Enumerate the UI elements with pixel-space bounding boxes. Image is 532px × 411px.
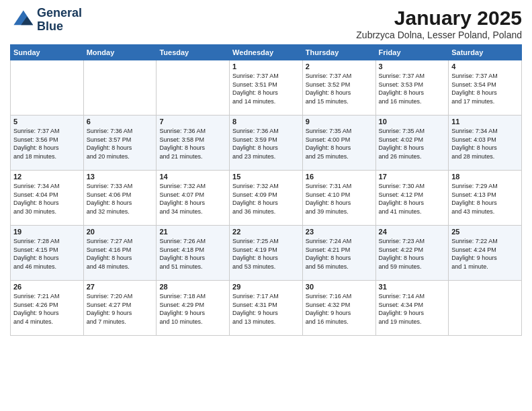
day-info: Sunrise: 7:32 AM Sunset: 4:07 PM Dayligh… bbox=[159, 182, 226, 216]
day-cell: 2Sunrise: 7:37 AM Sunset: 3:52 PM Daylig… bbox=[302, 60, 375, 116]
day-cell: 26Sunrise: 7:21 AM Sunset: 4:26 PM Dayli… bbox=[11, 281, 84, 336]
day-cell: 28Sunrise: 7:18 AM Sunset: 4:29 PM Dayli… bbox=[157, 281, 230, 336]
day-cell: 14Sunrise: 7:32 AM Sunset: 4:07 PM Dayli… bbox=[157, 171, 230, 226]
logo-line1: General bbox=[37, 7, 82, 20]
day-info: Sunrise: 7:27 AM Sunset: 4:16 PM Dayligh… bbox=[87, 237, 154, 271]
day-info: Sunrise: 7:29 AM Sunset: 4:13 PM Dayligh… bbox=[451, 182, 519, 216]
day-cell: 19Sunrise: 7:28 AM Sunset: 4:15 PM Dayli… bbox=[11, 226, 84, 281]
day-info: Sunrise: 7:14 AM Sunset: 4:34 PM Dayligh… bbox=[379, 292, 446, 326]
day-cell: 23Sunrise: 7:24 AM Sunset: 4:21 PM Dayli… bbox=[302, 226, 375, 281]
day-cell: 21Sunrise: 7:26 AM Sunset: 4:18 PM Dayli… bbox=[157, 226, 230, 281]
logo-text: General Blue bbox=[37, 7, 82, 34]
day-info: Sunrise: 7:26 AM Sunset: 4:18 PM Dayligh… bbox=[159, 237, 226, 271]
day-info: Sunrise: 7:25 AM Sunset: 4:19 PM Dayligh… bbox=[232, 237, 300, 271]
day-number: 1 bbox=[232, 62, 300, 71]
day-cell: 5Sunrise: 7:37 AM Sunset: 3:56 PM Daylig… bbox=[11, 116, 84, 171]
day-cell: 20Sunrise: 7:27 AM Sunset: 4:16 PM Dayli… bbox=[83, 226, 157, 281]
day-number: 4 bbox=[451, 62, 519, 71]
week-row-4: 26Sunrise: 7:21 AM Sunset: 4:26 PM Dayli… bbox=[11, 281, 522, 336]
day-number: 19 bbox=[13, 228, 81, 236]
day-cell: 8Sunrise: 7:36 AM Sunset: 3:59 PM Daylig… bbox=[230, 116, 303, 171]
day-number: 9 bbox=[306, 118, 373, 126]
day-number: 12 bbox=[13, 173, 81, 181]
day-info: Sunrise: 7:17 AM Sunset: 4:31 PM Dayligh… bbox=[232, 292, 300, 326]
day-info: Sunrise: 7:16 AM Sunset: 4:32 PM Dayligh… bbox=[306, 292, 373, 326]
page-container: General Blue January 2025 Zubrzyca Dolna… bbox=[0, 0, 532, 339]
day-info: Sunrise: 7:32 AM Sunset: 4:09 PM Dayligh… bbox=[232, 182, 300, 216]
day-info: Sunrise: 7:30 AM Sunset: 4:12 PM Dayligh… bbox=[379, 182, 446, 216]
day-cell: 17Sunrise: 7:30 AM Sunset: 4:12 PM Dayli… bbox=[375, 171, 449, 226]
header-tuesday: Tuesday bbox=[157, 45, 230, 60]
day-number: 6 bbox=[87, 118, 154, 126]
day-cell: 9Sunrise: 7:35 AM Sunset: 4:00 PM Daylig… bbox=[302, 116, 375, 171]
header-saturday: Saturday bbox=[449, 45, 522, 60]
day-info: Sunrise: 7:22 AM Sunset: 4:24 PM Dayligh… bbox=[451, 237, 519, 271]
day-info: Sunrise: 7:36 AM Sunset: 3:58 PM Dayligh… bbox=[159, 127, 226, 161]
day-info: Sunrise: 7:36 AM Sunset: 3:59 PM Dayligh… bbox=[232, 127, 300, 161]
day-number: 25 bbox=[451, 228, 519, 236]
day-cell: 22Sunrise: 7:25 AM Sunset: 4:19 PM Dayli… bbox=[230, 226, 303, 281]
day-cell: 12Sunrise: 7:34 AM Sunset: 4:04 PM Dayli… bbox=[11, 171, 84, 226]
day-cell bbox=[449, 281, 522, 336]
day-info: Sunrise: 7:37 AM Sunset: 3:53 PM Dayligh… bbox=[379, 72, 446, 105]
day-number: 23 bbox=[306, 228, 373, 236]
day-info: Sunrise: 7:33 AM Sunset: 4:06 PM Dayligh… bbox=[87, 182, 154, 216]
day-info: Sunrise: 7:36 AM Sunset: 3:57 PM Dayligh… bbox=[87, 127, 154, 161]
day-cell: 1Sunrise: 7:37 AM Sunset: 3:51 PM Daylig… bbox=[230, 60, 303, 116]
day-info: Sunrise: 7:34 AM Sunset: 4:04 PM Dayligh… bbox=[13, 182, 81, 216]
day-number: 10 bbox=[379, 118, 446, 126]
calendar-header-row: SundayMondayTuesdayWednesdayThursdayFrid… bbox=[11, 45, 522, 60]
logo: General Blue bbox=[10, 7, 82, 34]
day-number: 22 bbox=[232, 228, 300, 236]
week-row-0: 1Sunrise: 7:37 AM Sunset: 3:51 PM Daylig… bbox=[11, 60, 522, 116]
day-number: 3 bbox=[379, 62, 446, 71]
day-info: Sunrise: 7:37 AM Sunset: 3:54 PM Dayligh… bbox=[451, 72, 519, 105]
header-monday: Monday bbox=[83, 45, 157, 60]
day-info: Sunrise: 7:28 AM Sunset: 4:15 PM Dayligh… bbox=[13, 237, 81, 271]
day-number: 28 bbox=[159, 283, 226, 291]
month-title: January 2025 bbox=[356, 7, 522, 30]
day-info: Sunrise: 7:37 AM Sunset: 3:52 PM Dayligh… bbox=[306, 72, 373, 105]
day-cell: 29Sunrise: 7:17 AM Sunset: 4:31 PM Dayli… bbox=[230, 281, 303, 336]
day-number: 14 bbox=[159, 173, 226, 181]
day-number: 30 bbox=[306, 283, 373, 291]
day-number: 27 bbox=[87, 283, 154, 291]
day-number: 24 bbox=[379, 228, 446, 236]
day-number: 15 bbox=[232, 173, 300, 181]
day-cell: 7Sunrise: 7:36 AM Sunset: 3:58 PM Daylig… bbox=[157, 116, 230, 171]
day-cell: 31Sunrise: 7:14 AM Sunset: 4:34 PM Dayli… bbox=[375, 281, 449, 336]
title-block: January 2025 Zubrzyca Dolna, Lesser Pola… bbox=[356, 7, 522, 40]
day-number: 2 bbox=[306, 62, 373, 71]
header-wednesday: Wednesday bbox=[230, 45, 303, 60]
week-row-1: 5Sunrise: 7:37 AM Sunset: 3:56 PM Daylig… bbox=[11, 116, 522, 171]
day-number: 17 bbox=[379, 173, 446, 181]
day-number: 29 bbox=[232, 283, 300, 291]
day-cell: 4Sunrise: 7:37 AM Sunset: 3:54 PM Daylig… bbox=[449, 60, 522, 116]
day-number: 13 bbox=[87, 173, 154, 181]
day-info: Sunrise: 7:21 AM Sunset: 4:26 PM Dayligh… bbox=[13, 292, 81, 326]
day-cell: 10Sunrise: 7:35 AM Sunset: 4:02 PM Dayli… bbox=[375, 116, 449, 171]
day-cell: 27Sunrise: 7:20 AM Sunset: 4:27 PM Dayli… bbox=[83, 281, 157, 336]
header: General Blue January 2025 Zubrzyca Dolna… bbox=[10, 7, 522, 40]
day-number: 26 bbox=[13, 283, 81, 291]
day-number: 8 bbox=[232, 118, 300, 126]
day-info: Sunrise: 7:37 AM Sunset: 3:51 PM Dayligh… bbox=[232, 72, 300, 105]
day-cell: 30Sunrise: 7:16 AM Sunset: 4:32 PM Dayli… bbox=[302, 281, 375, 336]
day-cell: 16Sunrise: 7:31 AM Sunset: 4:10 PM Dayli… bbox=[302, 171, 375, 226]
day-number: 18 bbox=[451, 173, 519, 181]
day-cell: 13Sunrise: 7:33 AM Sunset: 4:06 PM Dayli… bbox=[83, 171, 157, 226]
day-info: Sunrise: 7:18 AM Sunset: 4:29 PM Dayligh… bbox=[159, 292, 226, 326]
day-cell: 25Sunrise: 7:22 AM Sunset: 4:24 PM Dayli… bbox=[449, 226, 522, 281]
logo-icon bbox=[10, 8, 34, 32]
day-info: Sunrise: 7:20 AM Sunset: 4:27 PM Dayligh… bbox=[87, 292, 154, 326]
day-cell: 15Sunrise: 7:32 AM Sunset: 4:09 PM Dayli… bbox=[230, 171, 303, 226]
day-cell: 18Sunrise: 7:29 AM Sunset: 4:13 PM Dayli… bbox=[449, 171, 522, 226]
day-number: 21 bbox=[159, 228, 226, 236]
header-thursday: Thursday bbox=[302, 45, 375, 60]
day-number: 5 bbox=[13, 118, 81, 126]
day-cell: 3Sunrise: 7:37 AM Sunset: 3:53 PM Daylig… bbox=[375, 60, 449, 116]
day-info: Sunrise: 7:35 AM Sunset: 4:02 PM Dayligh… bbox=[379, 127, 446, 161]
calendar-table: SundayMondayTuesdayWednesdayThursdayFrid… bbox=[10, 44, 522, 336]
day-cell bbox=[157, 60, 230, 116]
day-info: Sunrise: 7:24 AM Sunset: 4:21 PM Dayligh… bbox=[306, 237, 373, 271]
